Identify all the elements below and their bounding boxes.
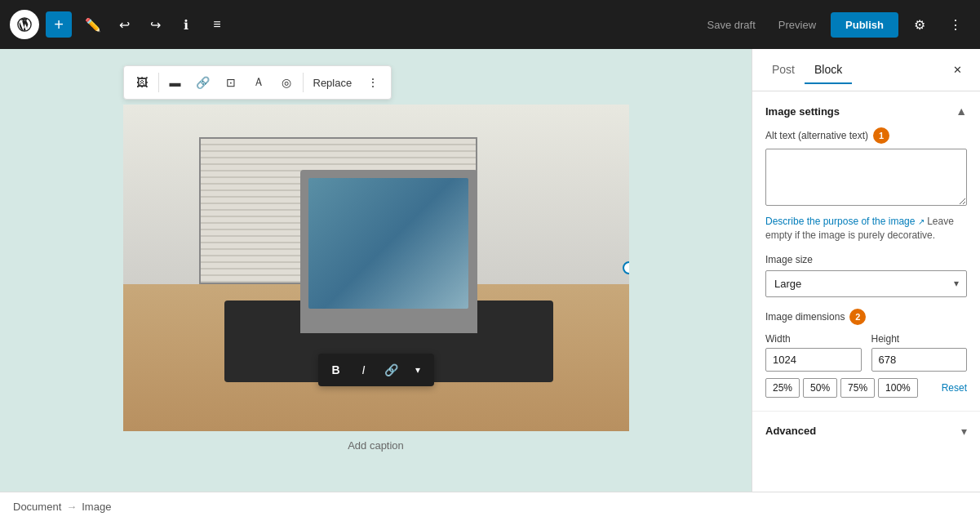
tab-block[interactable]: Block	[805, 56, 852, 84]
redo-icon[interactable]: ↪	[140, 10, 170, 39]
preset-100-button[interactable]: 100%	[878, 378, 918, 398]
breadcrumb-separator: →	[66, 501, 77, 513]
dimensions-badge: 2	[849, 309, 866, 325]
preset-75-button[interactable]: 75%	[840, 378, 875, 398]
height-input[interactable]	[871, 348, 968, 372]
info-icon[interactable]: ℹ	[171, 10, 201, 39]
publish-button[interactable]: Publish	[831, 12, 898, 38]
sidebar: Post Block ✕ Image settings ▲ Alt text (…	[752, 49, 980, 492]
more-text-options-button[interactable]: ▾	[406, 357, 429, 383]
top-bar-right: Save draft Preview Publish ⚙ ⋮	[699, 10, 970, 39]
alt-text-label-row: Alt text (alternative text) 1	[765, 127, 967, 144]
section-header: Image settings ▲	[765, 105, 967, 118]
describe-link[interactable]: Describe the purpose of the image ↗	[765, 216, 927, 227]
divider2	[303, 73, 304, 92]
reset-button[interactable]: Reset	[942, 382, 967, 394]
breadcrumb-document[interactable]: Document	[13, 501, 61, 513]
italic-button[interactable]: I	[351, 357, 377, 383]
caption[interactable]: Add caption	[123, 431, 629, 460]
collapse-button[interactable]: ▲	[956, 105, 967, 118]
preset-50-button[interactable]: 50%	[803, 378, 837, 398]
advanced-header[interactable]: Advanced ▾	[765, 425, 967, 438]
canvas: 🖼 ▬ 🔗 ⊡ Ａ ◎ Replace ⋮	[0, 49, 752, 492]
image-dimensions-section: Image dimensions 2 Width Height 25% 50%	[765, 309, 967, 398]
sidebar-tabs: Post Block ✕	[752, 49, 980, 91]
external-link-icon: ↗	[918, 217, 925, 226]
filter-icon[interactable]: ◎	[273, 69, 299, 96]
block-toolbar: 🖼 ▬ 🔗 ⊡ Ａ ◎ Replace ⋮	[123, 65, 392, 100]
top-bar: + ✏️ ↩ ↪ ℹ ≡ Save draft Preview Publish …	[0, 0, 980, 49]
breadcrumb-image[interactable]: Image	[82, 501, 111, 513]
align-icon[interactable]: ▬	[162, 69, 188, 96]
link-icon[interactable]: 🔗	[190, 69, 216, 96]
bold-button[interactable]: B	[323, 357, 349, 383]
dimensions-inputs: Width Height	[765, 333, 967, 372]
height-group: Height	[871, 333, 968, 372]
settings-icon[interactable]: ⚙	[905, 10, 934, 39]
preset-25-button[interactable]: 25%	[765, 378, 800, 398]
image-icon[interactable]: 🖼	[129, 69, 155, 96]
scene-laptop	[300, 170, 477, 333]
main-area: 🖼 ▬ 🔗 ⊡ Ａ ◎ Replace ⋮	[0, 49, 980, 492]
crop-icon[interactable]: ⊡	[218, 69, 244, 96]
alt-text-label: Alt text (alternative text)	[765, 130, 868, 141]
alt-text-badge: 1	[873, 127, 889, 144]
preset-buttons: 25% 50% 75% 100% Reset	[765, 378, 967, 398]
alt-text-input[interactable]	[765, 149, 967, 206]
image-block: 🖼 ▬ 🔗 ⊡ Ａ ◎ Replace ⋮	[123, 65, 629, 460]
replace-button[interactable]: Replace	[307, 73, 359, 92]
save-draft-button[interactable]: Save draft	[699, 14, 764, 36]
image-size-select-wrapper: Thumbnail Medium Large Full Size ▾	[765, 270, 967, 297]
tab-post[interactable]: Post	[762, 56, 805, 84]
pencil-icon[interactable]: ✏️	[78, 10, 108, 39]
height-label: Height	[871, 333, 968, 345]
width-group: Width	[765, 333, 862, 372]
close-sidebar-icon[interactable]: ✕	[944, 57, 970, 83]
image-size-select[interactable]: Thumbnail Medium Large Full Size	[765, 270, 967, 297]
list-view-icon[interactable]: ≡	[202, 10, 232, 39]
width-input[interactable]	[765, 348, 862, 372]
image-settings-section: Image settings ▲ Alt text (alternative t…	[752, 91, 980, 412]
undo-icon[interactable]: ↩	[109, 10, 139, 39]
image-wrapper: B I 🔗 ▾	[123, 105, 629, 431]
dimensions-header: Image dimensions 2	[765, 309, 967, 325]
advanced-toggle-icon[interactable]: ▾	[961, 425, 967, 438]
editor-icons: ✏️ ↩ ↪ ℹ ≡	[78, 10, 232, 39]
section-title: Image settings	[765, 105, 840, 118]
scene-laptop-screen	[308, 178, 468, 309]
dimensions-label: Image dimensions	[765, 311, 845, 323]
breadcrumb-bar: Document → Image	[0, 492, 980, 521]
describe-section: Describe the purpose of the image ↗ Leav…	[765, 215, 967, 243]
image-size-label: Image size	[765, 254, 967, 265]
divider	[158, 73, 159, 92]
preview-button[interactable]: Preview	[770, 14, 824, 36]
image-size-section: Image size Thumbnail Medium Large Full S…	[765, 254, 967, 297]
advanced-title: Advanced	[765, 425, 816, 437]
advanced-section: Advanced ▾	[752, 412, 980, 451]
text-format-toolbar: B I 🔗 ▾	[318, 354, 434, 386]
width-label: Width	[765, 333, 862, 345]
wp-logo	[10, 10, 39, 39]
text-icon[interactable]: Ａ	[246, 69, 272, 96]
add-block-button[interactable]: +	[46, 11, 72, 38]
link-text-button[interactable]: 🔗	[379, 357, 405, 383]
more-options-icon[interactable]: ⋮	[941, 10, 970, 39]
more-options-block-icon[interactable]: ⋮	[360, 69, 386, 96]
